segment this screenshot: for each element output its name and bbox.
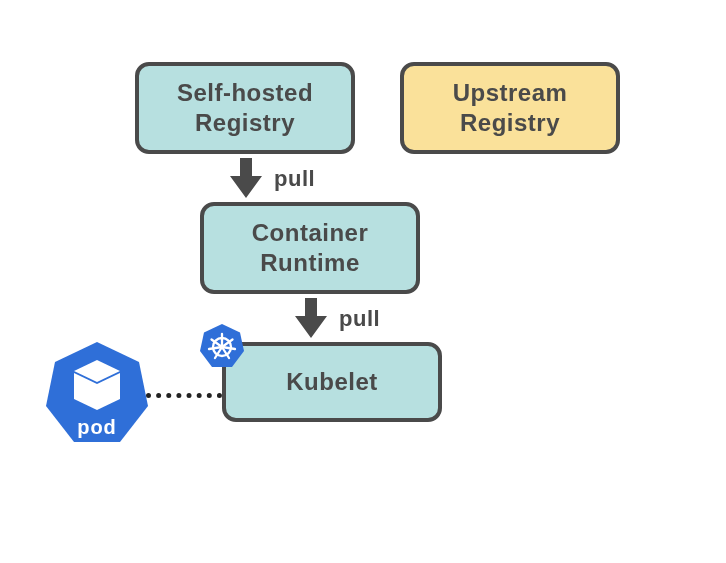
pod-icon: pod xyxy=(42,338,152,448)
dotted-connector xyxy=(146,393,222,398)
box-label: Container Runtime xyxy=(252,218,369,278)
box-self-hosted-registry: Self-hosted Registry xyxy=(135,62,355,154)
diagram-stage: Self-hosted Registry Upstream Registry p… xyxy=(0,0,726,563)
arrow-down-icon xyxy=(293,298,329,340)
line1: Upstream xyxy=(453,79,568,106)
arrow-pull-2: pull xyxy=(293,298,380,340)
arrow-label: pull xyxy=(339,306,380,332)
line2: Registry xyxy=(195,109,295,136)
box-kubelet: Kubelet xyxy=(222,342,442,422)
arrow-label: pull xyxy=(274,166,315,192)
line1: Self-hosted xyxy=(177,79,313,106)
pod-label: pod xyxy=(42,416,152,439)
line2: Registry xyxy=(460,109,560,136)
arrow-pull-1: pull xyxy=(228,158,315,200)
box-container-runtime: Container Runtime xyxy=(200,202,420,294)
box-label: Kubelet xyxy=(286,367,378,397)
kubernetes-wheel-icon xyxy=(198,322,246,370)
box-label: Self-hosted Registry xyxy=(177,78,313,138)
line1: Container xyxy=(252,219,369,246)
box-upstream-registry: Upstream Registry xyxy=(400,62,620,154)
box-label: Upstream Registry xyxy=(453,78,568,138)
arrow-down-icon xyxy=(228,158,264,200)
line2: Runtime xyxy=(260,249,360,276)
